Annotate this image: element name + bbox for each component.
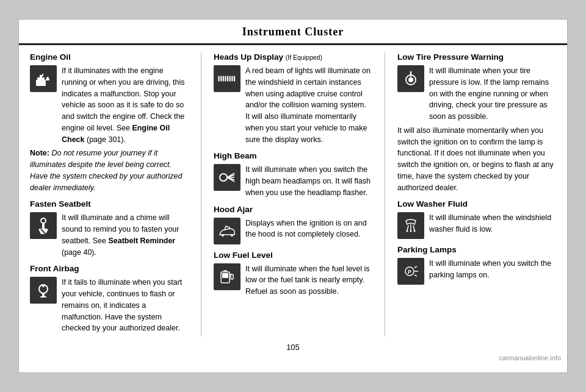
page-number: 105	[19, 343, 567, 352]
tire-pressure-section: It will illuminate when your tire pressu…	[397, 65, 556, 123]
svg-rect-20	[230, 76, 231, 82]
high-beam-icon	[217, 168, 237, 187]
engine-oil-section: If it illuminates with the engine runnin…	[30, 65, 189, 145]
page-wrapper: Instrument Cluster Engine Oil	[18, 19, 568, 373]
low-washer-text: It will illuminate when the windshield w…	[429, 212, 556, 239]
svg-line-49	[414, 266, 417, 268]
hood-ajar-title: Hood Ajar	[214, 205, 372, 214]
svg-line-51	[414, 275, 417, 276]
svg-rect-22	[234, 76, 235, 82]
parking-lamps-icon-box: P	[397, 258, 424, 285]
svg-point-13	[42, 285, 45, 287]
parking-lamps-section: P It will illuminate when you switch the…	[397, 258, 556, 285]
low-washer-section: It will illuminate when the windshield w…	[397, 212, 556, 239]
engine-oil-title: Engine Oil	[30, 52, 189, 62]
svg-rect-2	[40, 75, 42, 78]
engine-oil-icon-box	[30, 65, 57, 92]
svg-rect-5	[42, 74, 43, 76]
low-fuel-text: It will illuminate when the fuel level i…	[245, 263, 372, 298]
svg-point-38	[408, 77, 413, 82]
low-fuel-icon	[217, 267, 237, 287]
svg-rect-11	[42, 293, 45, 296]
svg-rect-12	[40, 296, 46, 298]
low-fuel-title: Low Fuel Level	[214, 251, 372, 260]
page-title: Instrument Cluster	[19, 20, 567, 45]
seatbelt-icon	[34, 216, 53, 235]
svg-rect-21	[231, 76, 233, 82]
tire-pressure-title: Low Tire Pressure Warning	[397, 52, 556, 62]
svg-point-40	[410, 76, 411, 77]
svg-rect-17	[223, 76, 224, 82]
front-airbag-title: Front Airbag	[30, 264, 189, 273]
svg-rect-34	[231, 274, 233, 279]
svg-point-23	[220, 174, 227, 181]
divider-1	[201, 52, 201, 337]
tire-pressure-icon-box	[397, 65, 424, 92]
heads-up-icon	[217, 69, 237, 88]
heads-up-text: A red beam of lights will illuminate on …	[245, 65, 372, 145]
low-washer-title: Low Washer Fluid	[397, 199, 556, 208]
svg-rect-0	[36, 80, 46, 86]
front-airbag-text: If it fails to illuminate when you start…	[62, 277, 189, 334]
content-area: Engine Oil	[19, 45, 567, 337]
engine-oil-icon	[34, 69, 53, 88]
fasten-seatbelt-title: Fasten Seatbelt	[30, 199, 189, 208]
svg-rect-16	[220, 76, 222, 82]
heads-up-title: Heads Up Display (If Equipped)	[214, 52, 372, 62]
engine-oil-note: Note: Do not resume your journey if it i…	[30, 148, 189, 193]
fasten-seatbelt-icon-box	[30, 212, 57, 239]
low-fuel-icon-box	[214, 263, 241, 290]
watermark: carmanualonline.info	[19, 352, 567, 362]
svg-point-45	[410, 230, 412, 232]
hood-ajar-section: Displays when the ignition is on and the…	[214, 218, 372, 244]
fasten-seatbelt-section: It will illuminate and a chime will soun…	[30, 212, 189, 258]
svg-point-44	[407, 230, 408, 232]
airbag-icon	[34, 280, 53, 300]
tire-pressure-text1: It will illuminate when your tire pressu…	[429, 65, 556, 123]
low-washer-icon	[401, 216, 421, 235]
high-beam-title: High Beam	[214, 151, 372, 160]
column-3: Low Tire Pressure Warning It will illumi…	[397, 52, 556, 337]
svg-point-4	[46, 77, 49, 79]
front-airbag-section: If it fails to illuminate when you start…	[30, 277, 189, 334]
heads-up-section: A red beam of lights will illuminate on …	[214, 65, 372, 145]
svg-rect-32	[222, 273, 228, 278]
low-fuel-section: It will illuminate when the fuel level i…	[214, 263, 372, 298]
svg-point-30	[231, 234, 233, 237]
tire-pressure-icon	[401, 69, 421, 88]
svg-point-6	[41, 218, 46, 223]
parking-lamps-text: It will illuminate when you switch the p…	[429, 258, 556, 285]
svg-text:P: P	[408, 269, 411, 275]
column-1: Engine Oil	[30, 52, 189, 337]
svg-line-41	[407, 226, 408, 230]
heads-up-icon-box	[214, 65, 241, 92]
svg-rect-19	[227, 76, 228, 82]
parking-lamps-icon: P	[401, 262, 421, 281]
engine-oil-text: If it illuminates with the engine runnin…	[62, 65, 189, 145]
fasten-seatbelt-text: It will illuminate and a chime will soun…	[62, 212, 189, 258]
svg-rect-7	[42, 223, 45, 228]
high-beam-icon-box	[214, 164, 241, 191]
svg-line-43	[413, 226, 414, 230]
parking-lamps-title: Parking Lamps	[397, 245, 556, 254]
hood-ajar-text: Displays when the ignition is on and the…	[245, 218, 372, 244]
hood-ajar-icon	[217, 221, 237, 241]
svg-rect-15	[218, 76, 219, 82]
high-beam-section: It will illuminate when you switch the h…	[214, 164, 372, 198]
svg-point-29	[222, 234, 224, 237]
svg-rect-18	[225, 76, 226, 82]
hood-ajar-icon-box	[214, 218, 241, 244]
front-airbag-icon-box	[30, 277, 57, 304]
low-washer-icon-box	[397, 212, 424, 239]
column-2: Heads Up Display (If Equipped)	[214, 52, 372, 337]
tire-pressure-text2: It will also illuminate momentarily when…	[397, 125, 556, 194]
svg-point-46	[414, 230, 416, 232]
divider-2	[385, 52, 385, 337]
high-beam-text: It will illuminate when you switch the h…	[245, 164, 372, 198]
